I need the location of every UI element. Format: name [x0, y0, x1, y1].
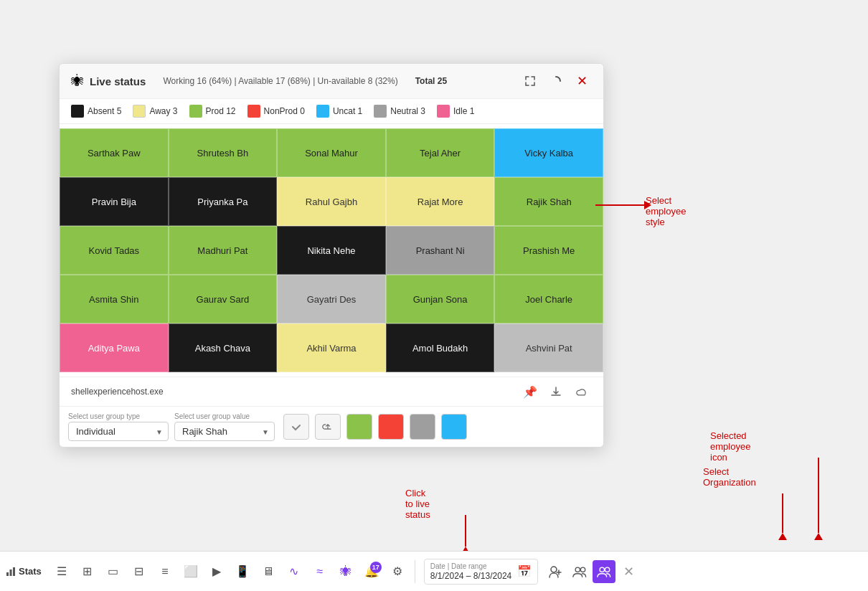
date-range-box[interactable]: Date | Date range 8/1/2024 – 8/13/2024 📅 [424, 559, 538, 585]
employee-cell[interactable]: Pravin Bija [60, 177, 169, 226]
employee-cell[interactable]: Gunjan Sona [386, 275, 495, 323]
annotation-org-text: Select Organization [703, 466, 756, 488]
date-range-section: Date | Date range 8/1/2024 – 8/13/2024 📅 [424, 559, 538, 585]
apply-button[interactable] [283, 414, 309, 440]
arrowhead-up-3 [778, 533, 787, 540]
legend-row: Absent 5 Away 3 Prod 12 NonProd 0 Uncat … [60, 99, 603, 124]
cloud-icon[interactable] [572, 382, 592, 402]
legend-neutral: Neutral 3 [374, 105, 425, 118]
neutral-color [374, 105, 387, 118]
upload-button[interactable] [315, 414, 341, 440]
employee-cell[interactable]: Priyanka Pa [169, 177, 278, 226]
group-type-select[interactable]: Individual Team Department [68, 422, 169, 441]
list-icon[interactable]: ☰ [50, 560, 73, 583]
employee-cell[interactable]: Nikita Nehe [277, 226, 386, 275]
employee-cell[interactable]: Asmita Shin [60, 275, 169, 323]
legend-uncat: Uncat 1 [316, 105, 362, 118]
color-gray-button[interactable] [410, 414, 435, 440]
employee-cell[interactable]: Gayatri Des [277, 275, 386, 323]
group-value-wrapper: Rajik Shah Sarthak Paw Vicky Kalba ▼ [174, 422, 275, 441]
color-red-button[interactable] [378, 414, 404, 440]
video-icon[interactable]: ▶ [205, 560, 228, 583]
stats-button[interactable]: Stats [6, 566, 42, 577]
dialog-header-right: ✕ [520, 71, 592, 91]
group-type-wrapper: Individual Team Department ▼ [68, 422, 169, 441]
bottom-toolbar: Stats ☰ ⊞ ▭ ⊟ ≡ ⬜ ▶ 📱 🖥 ∿ ≈ 🕷 🔔 17 ⚙ Dat… [0, 551, 868, 591]
checklist-icon[interactable]: ≡ [154, 560, 176, 583]
neutral-label: Neutral 3 [390, 106, 425, 116]
svg-rect-0 [6, 572, 9, 576]
card-icon[interactable]: ▭ [102, 560, 125, 583]
pin-icon[interactable]: 📌 [520, 382, 540, 402]
loading-icon [546, 71, 566, 91]
arrow-line-1 [595, 204, 644, 206]
add-user-icon[interactable] [544, 560, 567, 583]
employee-grid-area: Sarthak PawShrutesh BhSonal MahurTejal A… [60, 124, 603, 377]
employee-cell[interactable]: Amol Budakh [386, 323, 495, 372]
download-icon[interactable] [546, 382, 566, 402]
arrow-selected-employee [814, 458, 823, 540]
multi-line-icon[interactable]: ≈ [308, 560, 331, 583]
employee-cell[interactable]: Sarthak Paw [60, 128, 169, 177]
monitor-icon[interactable]: ⬜ [179, 560, 202, 583]
fullscreen-icon[interactable] [520, 71, 540, 91]
group-value-select[interactable]: Rajik Shah Sarthak Paw Vicky Kalba [174, 422, 275, 441]
calendar-icon[interactable]: 📅 [517, 564, 532, 578]
annotation-live-status-text: Click to live status [405, 488, 430, 520]
employee-cell[interactable]: Gaurav Sard [169, 275, 278, 323]
active-group-icon[interactable] [593, 560, 615, 583]
arrowhead-up-2 [814, 533, 823, 540]
table-icon[interactable]: ⊟ [128, 560, 151, 583]
stats-label: Stats [19, 566, 42, 577]
employee-cell[interactable]: Tejal Aher [386, 128, 495, 177]
idle-color [437, 105, 450, 118]
employee-cell[interactable]: Ashvini Pat [494, 323, 603, 372]
employee-cell[interactable]: Sonal Mahur [277, 128, 386, 177]
svg-point-5 [581, 567, 585, 572]
nonprod-color [247, 105, 260, 118]
legend-away: Away 3 [133, 105, 177, 118]
arrow-line-v-1 [465, 515, 466, 547]
screen-icon[interactable]: 🖥 [257, 560, 280, 583]
gear-icon[interactable]: ⚙ [386, 560, 409, 583]
close-button[interactable]: ✕ [572, 71, 592, 91]
controls-row: Select user group type Individual Team D… [60, 407, 603, 447]
employee-cell[interactable]: Prashish Me [494, 226, 603, 275]
grid-icon[interactable]: ⊞ [76, 560, 99, 583]
color-green-button[interactable] [346, 414, 372, 440]
line-chart-icon[interactable]: ∿ [283, 560, 306, 583]
employee-cell[interactable]: Akhil Varma [277, 323, 386, 372]
toolbar-close-button[interactable]: ✕ [617, 560, 640, 583]
idle-label: Idle 1 [453, 106, 474, 116]
legend-absent: Absent 5 [71, 105, 121, 118]
employee-cell[interactable]: Madhuri Pat [169, 226, 278, 275]
employee-cell[interactable]: Rajik Shah [494, 177, 603, 226]
bell-icon[interactable]: 🔔 17 [360, 560, 383, 583]
away-color [133, 105, 146, 118]
group-type-label: Select user group type [68, 412, 169, 420]
employee-cell[interactable]: Shrutesh Bh [169, 128, 278, 177]
employee-cell[interactable]: Vicky Kalba [494, 128, 603, 177]
employee-cell[interactable]: Akash Chava [169, 323, 278, 372]
employee-cell[interactable]: Joel Charle [494, 275, 603, 323]
prod-label: Prod 12 [206, 106, 236, 116]
prod-color [189, 105, 202, 118]
process-bar: shellexperiencehost.exe 📌 [60, 377, 603, 407]
notification-badge: 17 [370, 562, 382, 573]
mobile-icon[interactable]: 📱 [231, 560, 254, 583]
group-icon[interactable] [568, 560, 591, 583]
employee-cell[interactable]: Prashant Ni [386, 226, 495, 275]
dialog-bottom: shellexperiencehost.exe 📌 Select user gr [60, 377, 603, 447]
arrowhead-1 [644, 201, 651, 209]
uncat-color [316, 105, 329, 118]
dialog-title-icon: 🕷 [71, 74, 84, 89]
color-blue-button[interactable] [441, 414, 467, 440]
date-range-content: Date | Date range 8/1/2024 – 8/13/2024 [430, 562, 511, 581]
employee-cell[interactable]: Aditya Pawa [60, 323, 169, 372]
employee-cell[interactable]: Kovid Tadas [60, 226, 169, 275]
group-value-label: Select user group value [174, 412, 275, 420]
person-icon[interactable]: 🕷 [334, 560, 357, 583]
employee-cell[interactable]: Rahul Gajbh [277, 177, 386, 226]
process-name: shellexperiencehost.exe [71, 387, 164, 397]
employee-cell[interactable]: Rajat More [386, 177, 495, 226]
